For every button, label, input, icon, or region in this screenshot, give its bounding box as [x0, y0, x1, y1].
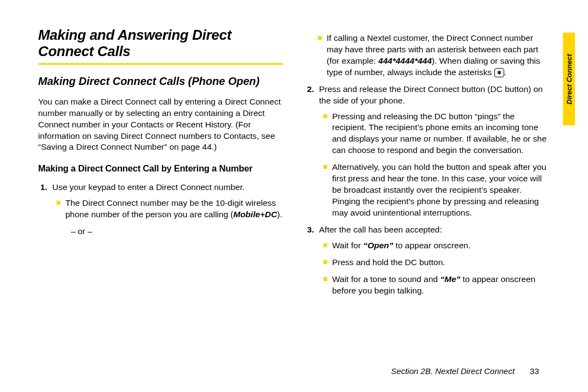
mobile-dc-label: Mobile+DC	[233, 210, 277, 219]
page-number: 33	[530, 366, 539, 376]
step-1-sub-2: If calling a Nextel customer, the Direct…	[318, 33, 550, 78]
step-1-sub-1: The Direct Connect number may be the 10-…	[57, 198, 283, 220]
section-tab-label: Direct Connect	[565, 54, 573, 104]
text-fragment: .	[504, 68, 506, 77]
dc-number-example: 444*4444*444	[378, 56, 432, 65]
page-footer: Section 2B. Nextel Direct Connect 33	[0, 366, 588, 376]
text-fragment: Wait for	[332, 241, 363, 250]
column-left: Making and Answering Direct Connect Call…	[38, 27, 283, 302]
step-3: 3. After the call has been accepted: Wai…	[305, 224, 550, 297]
step-number: 3.	[307, 224, 314, 236]
step-3-sublist: Wait for “Open” to appear onscreen. Pres…	[319, 240, 550, 297]
column-right: If calling a Nextel customer, the Direct…	[305, 27, 550, 302]
asterisk-key-icon: ∗	[494, 68, 504, 77]
two-column-layout: Making and Answering Direct Connect Call…	[38, 27, 550, 302]
text-fragment: Wait for a tone to sound and	[332, 274, 440, 284]
step-text: Press and release the Direct Connect but…	[319, 84, 543, 105]
text-fragment: ).	[277, 210, 282, 219]
step-3-sub-1: Wait for “Open” to appear onscreen.	[323, 240, 550, 252]
steps-list-left: 1. Use your keypad to enter a Direct Con…	[38, 182, 283, 237]
step-2: 2. Press and release the Direct Connect …	[305, 84, 550, 219]
step-2-sub-2: Alternatively, you can hold the button a…	[323, 162, 550, 219]
step-number: 1.	[40, 182, 47, 193]
step-text: After the call has been accepted:	[319, 225, 442, 234]
section-tab: Direct Connect	[563, 33, 575, 125]
step-1-sublist: The Direct Connect number may be the 10-…	[52, 198, 283, 220]
step-3-sub-2: Press and hold the DC button.	[323, 257, 550, 268]
or-separator: – or –	[52, 226, 283, 237]
steps-list-right: 2. Press and release the Direct Connect …	[305, 84, 550, 297]
step-2-sub-1: Pressing and releasing the DC button “pi…	[323, 111, 550, 157]
step-1-sublist-continued: If calling a Nextel customer, the Direct…	[305, 33, 550, 78]
title-underline	[38, 63, 283, 65]
open-label: “Open”	[363, 241, 393, 250]
sub-subheading: Making a Direct Connect Call by Entering…	[38, 163, 283, 174]
page-title: Making and Answering Direct Connect Call…	[38, 27, 283, 60]
manual-page: Direct Connect Making and Answering Dire…	[0, 0, 588, 392]
step-text: Use your keypad to enter a Direct Connec…	[52, 182, 244, 192]
step-3-sub-3: Wait for a tone to sound and “Me” to app…	[323, 274, 550, 297]
subheading: Making Direct Connect Calls (Phone Open)	[38, 75, 283, 88]
text-fragment: to appear onscreen.	[393, 241, 470, 250]
me-label: “Me”	[440, 274, 460, 284]
intro-paragraph: You can make a Direct Connect call by en…	[38, 96, 283, 154]
step-1: 1. Use your keypad to enter a Direct Con…	[38, 182, 283, 237]
footer-section-label: Section 2B. Nextel Direct Connect	[391, 366, 514, 376]
step-2-sublist: Pressing and releasing the DC button “pi…	[319, 111, 550, 219]
step-number: 2.	[307, 84, 314, 95]
